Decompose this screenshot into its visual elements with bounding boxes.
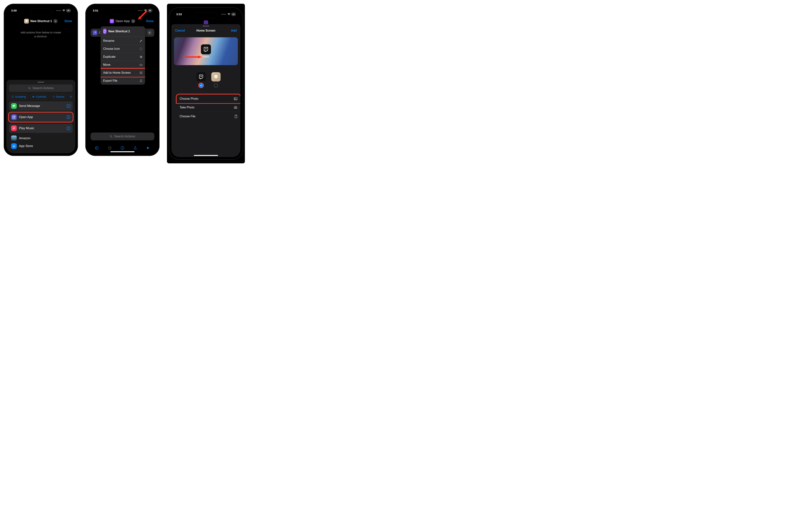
nav-title[interactable]: Open App — [116, 20, 130, 23]
shortcut-context-menu: Rename Choose Icon Duplicate Move Add to… — [100, 26, 145, 85]
wifi-icon — [227, 13, 230, 16]
row-choose-file[interactable]: Choose File — [177, 112, 240, 121]
svg-rect-3 — [53, 96, 54, 98]
annotation-arrow-icon — [136, 10, 147, 22]
open-app-icon — [11, 114, 17, 120]
time-label: 3:51 — [93, 9, 98, 12]
home-indicator[interactable] — [194, 155, 218, 156]
menu-choose-icon[interactable]: Choose Icon — [100, 45, 145, 53]
icon-picker — [177, 68, 240, 92]
chevron-down-icon[interactable] — [131, 19, 135, 23]
svg-point-11 — [68, 127, 69, 128]
cell-signal-icon: •••• — [56, 9, 61, 12]
status-bar: 3:53 •••• 89 — [171, 12, 240, 16]
cancel-button[interactable]: Cancel — [175, 29, 185, 32]
done-button[interactable]: Done — [64, 20, 72, 23]
amazon-icon — [11, 136, 17, 141]
menu-export-file[interactable]: Export File — [100, 77, 145, 85]
phone-frame: 3:53 •••• 89 Cancel Home Screen Add Twit… — [169, 7, 243, 160]
battery-level: 89 — [148, 9, 152, 12]
photo-icon — [234, 97, 237, 101]
nav-title: Home Screen — [197, 29, 215, 32]
category-more[interactable] — [68, 94, 74, 100]
svg-rect-9 — [68, 117, 69, 118]
radio-selected[interactable] — [199, 83, 203, 87]
svg-point-25 — [235, 107, 236, 108]
menu-add-to-home-screen[interactable]: Add to Home Screen — [100, 69, 145, 77]
radio-unselected[interactable] — [214, 83, 218, 87]
menu-move[interactable]: Move — [100, 61, 145, 69]
time-label: 3:50 — [11, 9, 17, 12]
action-send-message[interactable]: Send Message — [9, 101, 73, 111]
undo-button[interactable] — [94, 145, 100, 151]
duplicate-icon — [140, 55, 143, 58]
row-take-photo[interactable]: Take Photo — [177, 103, 240, 112]
photo-source-list: Choose Photo Take Photo Choose File — [177, 94, 240, 121]
action-play-music[interactable]: Play Music — [9, 124, 73, 133]
icon-option-twitch[interactable] — [197, 72, 206, 81]
done-button[interactable]: Done — [146, 20, 154, 23]
info-button[interactable] — [119, 145, 125, 151]
svg-point-8 — [68, 116, 69, 116]
cell-signal-icon: •••• — [222, 13, 226, 16]
time-label: 3:53 — [176, 12, 182, 16]
category-device[interactable]: Device — [50, 94, 67, 100]
phone-frame: 3:51 •••• 89 Open App Done — [85, 4, 160, 156]
category-controls[interactable]: Controls — [30, 94, 49, 100]
row-choose-photo[interactable]: Choose Photo — [177, 94, 240, 103]
actions-sheet: Search Actions Scripting Controls Device — [6, 80, 75, 153]
twitch-icon — [110, 19, 114, 23]
share-button[interactable] — [132, 145, 138, 151]
messages-icon — [11, 103, 17, 109]
redo-button[interactable] — [107, 145, 113, 151]
open-icon — [94, 31, 96, 34]
info-icon[interactable] — [66, 126, 70, 130]
run-button[interactable] — [145, 145, 151, 151]
menu-rename[interactable]: Rename — [100, 37, 145, 45]
home-screen-preview: Twitch — [174, 37, 238, 65]
svg-rect-1 — [33, 96, 34, 96]
battery-level: 89 — [232, 13, 236, 16]
add-home-icon — [140, 71, 143, 74]
action-amazon[interactable]: Amazon — [9, 135, 73, 142]
home-indicator[interactable] — [110, 151, 135, 152]
action-open-app[interactable]: Open App — [9, 112, 73, 122]
menu-duplicate[interactable]: Duplicate — [100, 53, 145, 61]
svg-point-24 — [235, 98, 235, 99]
folder-icon — [140, 63, 143, 66]
category-row: Scripting Controls Device — [6, 94, 75, 101]
sheet-grabber[interactable] — [37, 82, 44, 83]
wifi-icon — [62, 9, 65, 12]
action-app-store[interactable]: App Store — [9, 142, 73, 149]
svg-rect-2 — [33, 97, 34, 97]
twitch-icon — [103, 29, 107, 34]
info-icon[interactable] — [66, 115, 70, 119]
svg-rect-13 — [140, 48, 142, 50]
empty-state-hint: Add actions from below to create a short… — [6, 30, 75, 38]
camera-icon — [234, 106, 237, 109]
music-icon — [11, 126, 17, 131]
phone-frame: 3:50 •••• 89 New Shortcut 1 Done Add act… — [4, 4, 78, 156]
shortcut-name-input[interactable] — [108, 30, 145, 33]
icon-picker-icon — [140, 47, 143, 50]
chevron-down-icon[interactable] — [53, 19, 58, 23]
nav-bar: New Shortcut 1 Done — [6, 17, 75, 25]
shortcut-title[interactable]: New Shortcut 1 — [30, 20, 52, 23]
info-icon[interactable] — [66, 104, 70, 108]
search-actions-field[interactable]: Search Actions — [90, 133, 154, 140]
svg-rect-22 — [122, 148, 123, 149]
svg-point-21 — [122, 147, 123, 147]
add-button[interactable]: Add — [231, 29, 237, 32]
icon-option-default[interactable] — [211, 72, 221, 81]
preview-app-label: Twitch — [203, 55, 209, 58]
export-icon — [140, 79, 143, 82]
battery-level: 89 — [66, 9, 70, 12]
shortcut-icon — [24, 19, 29, 24]
svg-point-0 — [29, 87, 30, 89]
category-scripting[interactable]: Scripting — [9, 94, 28, 100]
close-action-icon[interactable] — [147, 30, 152, 35]
editor-toolbar — [88, 145, 157, 151]
svg-rect-12 — [68, 128, 69, 129]
search-icon — [110, 135, 113, 138]
search-actions-field[interactable]: Search Actions — [9, 84, 73, 92]
